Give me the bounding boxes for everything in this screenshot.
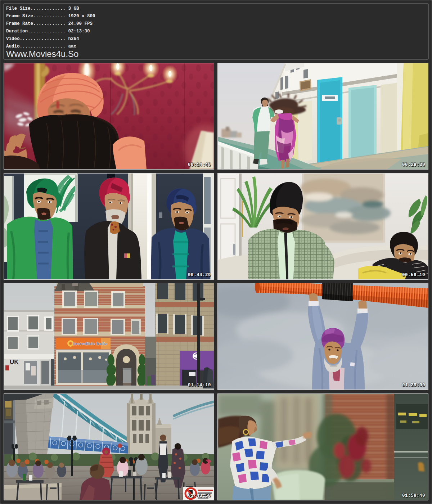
svg-text:UK: UK	[10, 359, 19, 365]
svg-text:Incredible India: Incredible India	[73, 341, 108, 346]
